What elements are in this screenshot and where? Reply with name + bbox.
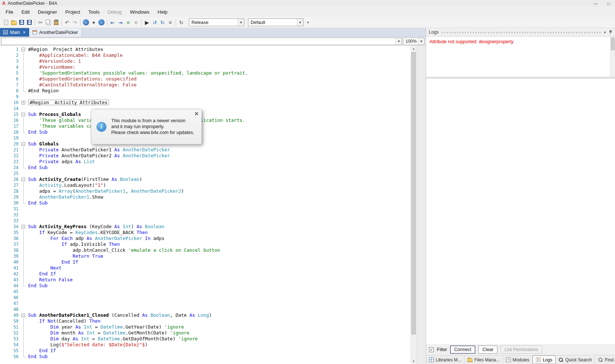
- save-all-icon[interactable]: [26, 18, 33, 27]
- code-line: 48: [4, 306, 426, 312]
- code-line: 38 adp.btnCancel_Click 'emulate a click …: [4, 247, 426, 253]
- bottom-tab-logs[interactable]: Logs: [533, 356, 555, 364]
- code-line: 4 #VersionName:: [4, 64, 426, 70]
- close-icon[interactable]: ×: [23, 30, 26, 35]
- release-combo[interactable]: Release ▾: [189, 18, 244, 26]
- code-line: 37 If adp.IsVisible Then: [4, 241, 426, 247]
- collapse-icon[interactable]: −: [21, 225, 25, 229]
- menu-item-file[interactable]: File: [1, 8, 17, 16]
- collapse-icon[interactable]: −: [21, 48, 25, 51]
- bottom-tab-libraries-m[interactable]: Libraries M...: [426, 356, 465, 364]
- code-editor[interactable]: 1−#Region Project Attributes2 #Applicati…: [0, 46, 426, 364]
- copy-icon[interactable]: [44, 18, 52, 27]
- chevron-down-icon[interactable]: ▾: [297, 19, 303, 26]
- paste-icon[interactable]: [52, 18, 60, 27]
- collapse-icon[interactable]: −: [21, 178, 25, 181]
- line-number: 40: [4, 259, 21, 265]
- filter-checkbox[interactable]: ✓: [429, 347, 434, 352]
- logs-scrollbar-thumb[interactable]: [611, 38, 615, 50]
- bottom-tab-modules[interactable]: Modules: [503, 356, 533, 364]
- new-file-icon[interactable]: [2, 18, 10, 27]
- comment-icon[interactable]: ≡: [124, 18, 132, 27]
- popup-close-icon[interactable]: ×: [194, 110, 198, 118]
- line-number: 32: [4, 212, 21, 218]
- compile-icon[interactable]: ↺: [151, 18, 159, 27]
- line-number: 14: [4, 106, 21, 111]
- tab-main[interactable]: Main×: [0, 28, 29, 37]
- toolbar-overflow-icon[interactable]: ▾: [307, 20, 309, 24]
- pin-icon[interactable]: [609, 30, 612, 35]
- navigate-forward-icon[interactable]: →: [98, 18, 105, 27]
- panel-menu-icon[interactable]: ▾: [604, 30, 606, 34]
- toolbar-separator: [80, 19, 81, 26]
- menu-item-project[interactable]: Project: [61, 8, 84, 16]
- release-combo-value: Release: [191, 20, 208, 25]
- code-line: 7 #CanInstallToExternalStorage: False: [4, 82, 426, 88]
- collapse-icon[interactable]: −: [21, 313, 25, 317]
- maximize-button[interactable]: □: [607, 1, 610, 6]
- expand-icon[interactable]: +: [21, 101, 25, 104]
- zoom-value: 100%: [405, 39, 417, 44]
- scrollbar-track[interactable]: [411, 51, 416, 358]
- code-line: 36 For Each adp As AnotherDatePicker In …: [4, 236, 426, 241]
- scroll-down-icon[interactable]: ▼: [411, 358, 416, 364]
- menu-item-debug[interactable]: Debug: [103, 8, 126, 16]
- menu-item-edit[interactable]: Edit: [17, 8, 34, 16]
- filter-label: Filter: [437, 347, 447, 352]
- navigate-back-dropdown-icon[interactable]: ▾: [90, 18, 98, 27]
- app-logo-icon: A: [2, 1, 6, 6]
- chevron-down-icon[interactable]: ▾: [395, 38, 402, 45]
- outdent-icon[interactable]: ⇤: [109, 18, 116, 27]
- logs-message-area[interactable]: Attribute not supported: designerpropert…: [426, 36, 615, 77]
- collapse-icon[interactable]: −: [21, 142, 25, 146]
- code-line: 39 Return True: [4, 253, 426, 259]
- chevron-down-icon[interactable]: ▾: [238, 19, 244, 26]
- uncomment-icon[interactable]: ≡: [132, 18, 140, 27]
- code-line: 19: [4, 135, 426, 141]
- code-line: 18End Sub: [4, 129, 426, 135]
- menu-item-help[interactable]: Help: [153, 8, 171, 16]
- code-line: 9: [4, 94, 426, 100]
- redo-icon[interactable]: ↷: [71, 18, 79, 27]
- logs-scrollbar[interactable]: [610, 37, 615, 77]
- navigate-back-icon[interactable]: ←: [82, 18, 90, 27]
- editor-vertical-scrollbar[interactable]: ▲ ▼: [411, 46, 416, 364]
- minimize-button[interactable]: —: [594, 1, 598, 6]
- open-project-icon[interactable]: [10, 18, 18, 27]
- info-icon: i: [96, 122, 106, 132]
- scroll-up-icon[interactable]: ▲: [411, 46, 416, 51]
- toolbar-separator: [107, 19, 107, 26]
- sub-navigator-combo[interactable]: ▾: [1, 38, 402, 45]
- logs-button-clear[interactable]: Clear: [478, 346, 497, 354]
- logs-panel-header[interactable]: Logs ▾: [426, 28, 615, 36]
- save-icon[interactable]: [18, 18, 26, 27]
- bottom-tab-find-all-ref[interactable]: Find All Ref: [595, 356, 615, 364]
- bottom-tab-quick-search[interactable]: Quick Search: [555, 356, 595, 364]
- menu-item-windows[interactable]: Windows: [126, 8, 154, 16]
- code-line: 55 End If: [4, 348, 426, 354]
- cut-icon[interactable]: ✂: [37, 18, 44, 27]
- logs-button-connect[interactable]: Connect: [450, 346, 476, 354]
- chevron-down-icon[interactable]: ▾: [418, 38, 424, 45]
- clean-project-icon[interactable]: ≡: [166, 18, 174, 27]
- popup-message: This module is from a newer version and …: [111, 118, 194, 135]
- tab-anotherdatepicker[interactable]: AnotherDatePicker: [29, 28, 82, 37]
- bottom-tab-files-mana[interactable]: Files Mana...: [465, 356, 503, 364]
- build-config-combo[interactable]: Default ▾: [248, 18, 303, 26]
- editor-pane: Main×AnotherDatePicker ▾ 100% ▾ 1−#Regio…: [0, 28, 426, 364]
- scrollbar-thumb[interactable]: [411, 52, 416, 334]
- titlebar: A AnotherDatePicker - B4A — □: [0, 0, 615, 7]
- rebuild-icon[interactable]: ↻: [159, 18, 166, 27]
- toolbar-separator: [35, 19, 35, 26]
- line-number: 28: [4, 188, 21, 194]
- menu-item-designer[interactable]: Designer: [34, 8, 61, 16]
- refresh-icon[interactable]: ↻: [177, 18, 185, 27]
- line-number: 9: [4, 94, 21, 100]
- collapse-icon[interactable]: −: [21, 113, 25, 116]
- line-number: 39: [4, 253, 21, 259]
- menu-item-tools[interactable]: Tools: [84, 8, 103, 16]
- run-icon[interactable]: ▶: [143, 18, 151, 27]
- zoom-combo[interactable]: 100% ▾: [403, 38, 425, 45]
- undo-icon[interactable]: ↶: [63, 18, 71, 27]
- indent-icon[interactable]: ⇥: [116, 18, 124, 27]
